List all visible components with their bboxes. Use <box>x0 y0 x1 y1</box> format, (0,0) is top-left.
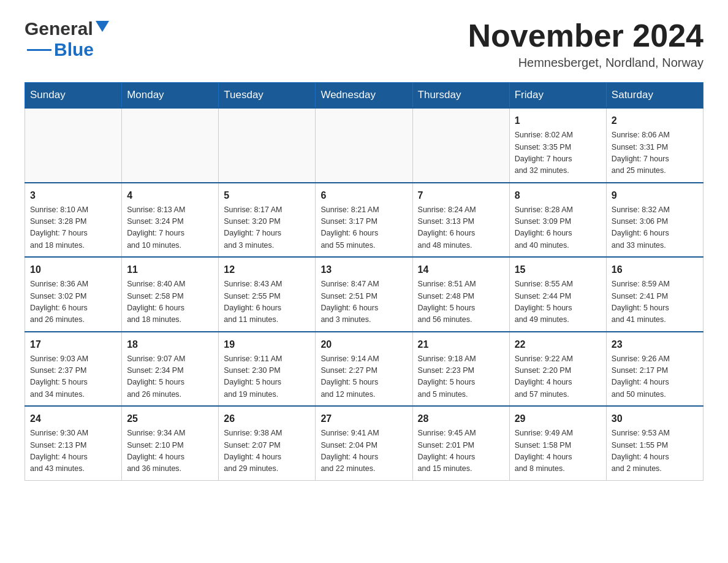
day-number: 24 <box>30 412 116 426</box>
logo-triangle-icon <box>96 21 109 34</box>
day-info: Sunrise: 8:36 AM Sunset: 3:02 PM Dayligh… <box>30 278 116 326</box>
calendar-cell: 22Sunrise: 9:22 AM Sunset: 2:20 PM Dayli… <box>509 332 606 407</box>
day-number: 19 <box>224 337 310 352</box>
calendar-cell: 17Sunrise: 9:03 AM Sunset: 2:37 PM Dayli… <box>25 332 122 407</box>
day-number: 9 <box>612 188 698 203</box>
day-number: 29 <box>515 412 601 426</box>
weekday-header-monday: Monday <box>122 83 219 109</box>
day-info: Sunrise: 9:30 AM Sunset: 2:13 PM Dayligh… <box>30 427 116 475</box>
calendar-cell: 4Sunrise: 8:13 AM Sunset: 3:24 PM Daylig… <box>122 183 219 258</box>
calendar-cell: 24Sunrise: 9:30 AM Sunset: 2:13 PM Dayli… <box>25 406 122 480</box>
day-number: 1 <box>515 113 601 128</box>
svg-marker-0 <box>96 21 109 32</box>
day-info: Sunrise: 9:11 AM Sunset: 2:30 PM Dayligh… <box>224 353 310 401</box>
calendar-cell: 9Sunrise: 8:32 AM Sunset: 3:06 PM Daylig… <box>606 183 703 258</box>
weekday-header-thursday: Thursday <box>412 83 509 109</box>
day-info: Sunrise: 8:17 AM Sunset: 3:20 PM Dayligh… <box>224 204 310 252</box>
calendar-table: SundayMondayTuesdayWednesdayThursdayFrid… <box>25 82 703 481</box>
calendar-cell: 30Sunrise: 9:53 AM Sunset: 1:55 PM Dayli… <box>606 406 703 480</box>
day-number: 27 <box>320 412 407 426</box>
day-number: 2 <box>612 113 698 128</box>
day-info: Sunrise: 9:14 AM Sunset: 2:27 PM Dayligh… <box>320 353 407 401</box>
day-number: 16 <box>612 262 698 277</box>
day-number: 30 <box>612 412 698 426</box>
day-info: Sunrise: 8:24 AM Sunset: 3:13 PM Dayligh… <box>418 204 504 252</box>
day-info: Sunrise: 9:45 AM Sunset: 2:01 PM Dayligh… <box>418 427 504 475</box>
calendar-cell: 8Sunrise: 8:28 AM Sunset: 3:09 PM Daylig… <box>509 183 606 258</box>
calendar-cell <box>122 108 219 183</box>
day-info: Sunrise: 8:51 AM Sunset: 2:48 PM Dayligh… <box>418 278 504 326</box>
location-text: Hemnesberget, Nordland, Norway <box>468 56 703 70</box>
day-info: Sunrise: 8:02 AM Sunset: 3:35 PM Dayligh… <box>515 129 601 177</box>
day-number: 3 <box>30 188 116 203</box>
calendar-cell: 16Sunrise: 8:59 AM Sunset: 2:41 PM Dayli… <box>606 257 703 332</box>
day-info: Sunrise: 8:28 AM Sunset: 3:09 PM Dayligh… <box>515 204 601 252</box>
calendar-cell: 3Sunrise: 8:10 AM Sunset: 3:28 PM Daylig… <box>25 183 122 258</box>
day-info: Sunrise: 9:07 AM Sunset: 2:34 PM Dayligh… <box>127 353 213 401</box>
weekday-header-tuesday: Tuesday <box>219 83 316 109</box>
calendar-cell: 7Sunrise: 8:24 AM Sunset: 3:13 PM Daylig… <box>412 183 509 258</box>
day-info: Sunrise: 9:53 AM Sunset: 1:55 PM Dayligh… <box>612 427 698 475</box>
day-number: 28 <box>418 412 504 426</box>
day-info: Sunrise: 8:10 AM Sunset: 3:28 PM Dayligh… <box>30 204 116 252</box>
header-title-area: November 2024 Hemnesberget, Nordland, No… <box>468 18 703 70</box>
day-number: 15 <box>515 262 601 277</box>
calendar-cell: 5Sunrise: 8:17 AM Sunset: 3:20 PM Daylig… <box>219 183 316 258</box>
calendar-cell: 21Sunrise: 9:18 AM Sunset: 2:23 PM Dayli… <box>412 332 509 407</box>
week-row-2: 3Sunrise: 8:10 AM Sunset: 3:28 PM Daylig… <box>25 183 703 258</box>
calendar-cell <box>25 108 122 183</box>
logo: General Blue <box>25 18 109 60</box>
calendar-cell: 13Sunrise: 8:47 AM Sunset: 2:51 PM Dayli… <box>316 257 412 332</box>
day-number: 17 <box>30 337 116 352</box>
day-info: Sunrise: 9:03 AM Sunset: 2:37 PM Dayligh… <box>30 353 116 401</box>
weekday-header-sunday: Sunday <box>25 83 122 109</box>
day-number: 10 <box>30 262 116 277</box>
day-info: Sunrise: 8:43 AM Sunset: 2:55 PM Dayligh… <box>224 278 310 326</box>
calendar-cell: 10Sunrise: 8:36 AM Sunset: 3:02 PM Dayli… <box>25 257 122 332</box>
calendar-cell: 20Sunrise: 9:14 AM Sunset: 2:27 PM Dayli… <box>316 332 412 407</box>
day-number: 7 <box>418 188 504 203</box>
day-info: Sunrise: 9:38 AM Sunset: 2:07 PM Dayligh… <box>224 427 310 475</box>
day-number: 22 <box>515 337 601 352</box>
day-info: Sunrise: 8:55 AM Sunset: 2:44 PM Dayligh… <box>515 278 601 326</box>
calendar-cell: 18Sunrise: 9:07 AM Sunset: 2:34 PM Dayli… <box>122 332 219 407</box>
calendar-cell: 27Sunrise: 9:41 AM Sunset: 2:04 PM Dayli… <box>316 406 412 480</box>
page-header: General Blue November 2024 Hemnesberget,… <box>25 18 703 70</box>
calendar-cell: 19Sunrise: 9:11 AM Sunset: 2:30 PM Dayli… <box>219 332 316 407</box>
week-row-4: 17Sunrise: 9:03 AM Sunset: 2:37 PM Dayli… <box>25 332 703 407</box>
month-title: November 2024 <box>468 18 703 53</box>
day-info: Sunrise: 9:41 AM Sunset: 2:04 PM Dayligh… <box>320 427 407 475</box>
calendar-cell: 1Sunrise: 8:02 AM Sunset: 3:35 PM Daylig… <box>509 108 606 183</box>
calendar-cell: 2Sunrise: 8:06 AM Sunset: 3:31 PM Daylig… <box>606 108 703 183</box>
calendar-cell: 23Sunrise: 9:26 AM Sunset: 2:17 PM Dayli… <box>606 332 703 407</box>
day-number: 12 <box>224 262 310 277</box>
calendar-cell <box>412 108 509 183</box>
day-number: 6 <box>320 188 407 203</box>
day-info: Sunrise: 8:40 AM Sunset: 2:58 PM Dayligh… <box>127 278 213 326</box>
day-number: 5 <box>224 188 310 203</box>
weekday-header-friday: Friday <box>509 83 606 109</box>
calendar-cell: 26Sunrise: 9:38 AM Sunset: 2:07 PM Dayli… <box>219 406 316 480</box>
day-number: 18 <box>127 337 213 352</box>
day-number: 21 <box>418 337 504 352</box>
day-number: 20 <box>320 337 407 352</box>
day-number: 26 <box>224 412 310 426</box>
logo-general-text: General <box>25 18 93 39</box>
day-info: Sunrise: 9:34 AM Sunset: 2:10 PM Dayligh… <box>127 427 213 475</box>
calendar-cell: 29Sunrise: 9:49 AM Sunset: 1:58 PM Dayli… <box>509 406 606 480</box>
week-row-5: 24Sunrise: 9:30 AM Sunset: 2:13 PM Dayli… <box>25 406 703 480</box>
day-number: 14 <box>418 262 504 277</box>
day-info: Sunrise: 9:49 AM Sunset: 1:58 PM Dayligh… <box>515 427 601 475</box>
calendar-cell <box>316 108 412 183</box>
calendar-cell: 25Sunrise: 9:34 AM Sunset: 2:10 PM Dayli… <box>122 406 219 480</box>
day-info: Sunrise: 8:59 AM Sunset: 2:41 PM Dayligh… <box>612 278 698 326</box>
calendar-cell: 12Sunrise: 8:43 AM Sunset: 2:55 PM Dayli… <box>219 257 316 332</box>
calendar-cell <box>219 108 316 183</box>
day-info: Sunrise: 8:32 AM Sunset: 3:06 PM Dayligh… <box>612 204 698 252</box>
day-info: Sunrise: 8:21 AM Sunset: 3:17 PM Dayligh… <box>320 204 407 252</box>
day-number: 25 <box>127 412 213 426</box>
day-number: 8 <box>515 188 601 203</box>
day-number: 13 <box>320 262 407 277</box>
day-info: Sunrise: 8:47 AM Sunset: 2:51 PM Dayligh… <box>320 278 407 326</box>
calendar-cell: 11Sunrise: 8:40 AM Sunset: 2:58 PM Dayli… <box>122 257 219 332</box>
